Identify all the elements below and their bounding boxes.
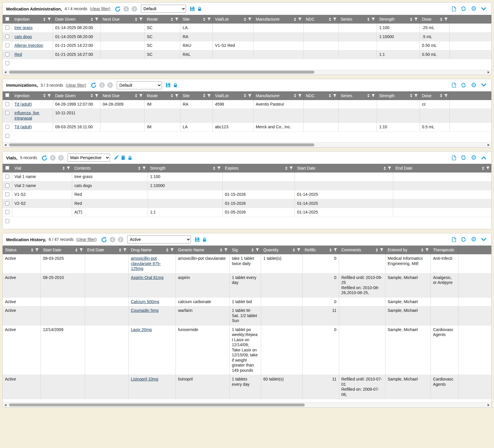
sort-icon[interactable] <box>294 94 296 97</box>
save-icon[interactable] <box>190 6 195 11</box>
table-row[interactable]: Active12/14/2009Lasix 20mgfurosemide1 ta… <box>3 325 491 375</box>
filter-icon[interactable] <box>224 248 228 252</box>
table-row[interactable]: V2-S2Red01-15-202601-14-2025 <box>3 199 491 208</box>
delete-icon[interactable] <box>121 155 125 160</box>
filter-icon[interactable] <box>388 166 391 170</box>
column-header[interactable]: Generic Name <box>176 246 229 254</box>
new-record-icon[interactable] <box>452 237 456 242</box>
column-header[interactable]: Quantity <box>261 246 302 254</box>
record-link[interactable]: amoxicillin-pot clavulanate 875-125mg <box>131 256 161 271</box>
scroll-left-icon[interactable] <box>3 143 8 147</box>
refresh-icon[interactable] <box>461 237 466 242</box>
sort-icon[interactable] <box>421 248 424 252</box>
filter-icon[interactable] <box>298 94 302 97</box>
column-header[interactable]: Refills <box>302 246 339 254</box>
filter-icon[interactable] <box>207 94 211 97</box>
scroll-left-icon[interactable] <box>3 70 8 75</box>
sort-icon[interactable] <box>31 248 33 252</box>
select-all-checkbox[interactable] <box>5 93 9 97</box>
lock-icon[interactable] <box>128 155 132 160</box>
filter-icon[interactable] <box>248 17 252 21</box>
record-link[interactable]: Aspirin Oral 81mg <box>131 275 164 280</box>
table-row[interactable]: V1-S2Red01-15-202601-14-2025 <box>3 190 491 199</box>
row-checkbox[interactable] <box>5 43 9 47</box>
horizontal-scrollbar[interactable] <box>3 70 491 75</box>
sort-icon[interactable] <box>43 17 46 21</box>
row-checkbox[interactable] <box>5 192 9 196</box>
table-row[interactable]: influenza, live, intranasal10-11-2011 <box>3 109 491 123</box>
sort-icon[interactable] <box>62 166 65 170</box>
undo-icon[interactable] <box>91 82 97 88</box>
column-header[interactable]: Injection <box>12 91 53 100</box>
sort-icon[interactable] <box>329 248 332 252</box>
column-header[interactable]: Next Due <box>100 15 144 24</box>
table-row[interactable]: Active08-25-2010Aspirin Oral 81mgaspirin… <box>3 273 491 297</box>
column-header[interactable]: Drug Name <box>128 246 176 254</box>
column-header[interactable]: Start Date <box>40 246 85 254</box>
sort-icon[interactable] <box>376 248 378 252</box>
scroll-right-icon[interactable] <box>486 70 491 75</box>
column-header[interactable]: NDC <box>303 91 338 100</box>
filter-icon[interactable] <box>35 248 39 252</box>
filter-icon[interactable] <box>79 248 83 252</box>
sort-icon[interactable] <box>203 17 206 21</box>
column-header[interactable]: Therapeutic <box>431 246 458 254</box>
row-checkbox[interactable] <box>5 184 9 188</box>
record-link[interactable]: Red <box>15 52 22 57</box>
scroll-left-icon[interactable] <box>3 403 8 407</box>
sort-icon[interactable] <box>135 94 137 97</box>
record-link[interactable]: Coumadin 5mg <box>131 308 159 313</box>
column-header[interactable]: Next Due <box>100 91 144 100</box>
column-header[interactable]: Manufacturer <box>253 15 303 24</box>
sort-icon[interactable] <box>91 17 93 21</box>
column-header[interactable]: Series <box>338 15 377 24</box>
table-row[interactable]: A(T)1:101-05-202601-14-2025 <box>3 208 491 217</box>
sort-icon[interactable] <box>294 17 296 21</box>
record-link[interactable]: influenza, live, intranasal <box>15 111 40 120</box>
row-checkbox[interactable] <box>5 219 9 223</box>
next-record-icon[interactable] <box>58 155 64 161</box>
horizontal-scrollbar[interactable] <box>3 402 491 407</box>
sort-icon[interactable] <box>293 248 295 252</box>
lock-icon[interactable] <box>202 237 207 242</box>
sort-icon[interactable] <box>244 94 246 97</box>
collapse-panel-icon[interactable] <box>481 238 486 241</box>
filter-icon[interactable] <box>371 17 375 21</box>
new-record-icon[interactable] <box>452 83 456 88</box>
column-header[interactable]: Expires <box>222 164 295 173</box>
next-record-icon[interactable] <box>118 237 123 242</box>
table-row[interactable]: Allergy Injection01-21-2025 14:22:00SCRA… <box>3 41 491 50</box>
sort-icon[interactable] <box>166 248 169 252</box>
table-row[interactable]: ActiveLisinopril 10mglisinopril1 tablets… <box>3 375 491 399</box>
row-checkbox[interactable] <box>5 102 9 106</box>
perspective-select[interactable]: Default <box>141 5 186 13</box>
column-header[interactable]: Strength <box>377 91 419 100</box>
new-record-icon[interactable] <box>452 6 456 11</box>
previous-record-icon[interactable] <box>99 82 105 88</box>
scrollbar-track[interactable] <box>8 403 486 407</box>
table-row[interactable]: cats dogs01-14-2025 08:20:00SCRA1:10000.… <box>3 32 491 41</box>
row-checkbox[interactable] <box>5 26 9 30</box>
next-record-icon[interactable] <box>132 6 137 12</box>
filter-icon[interactable] <box>298 17 302 21</box>
column-header[interactable]: Route <box>144 15 180 24</box>
filter-icon[interactable] <box>333 17 337 21</box>
sort-icon[interactable] <box>367 94 370 97</box>
table-row[interactable]: Vial 2 namecats dogs1:10000 <box>3 181 491 190</box>
filter-icon[interactable] <box>333 94 337 97</box>
column-header[interactable]: Contents <box>72 164 148 173</box>
gear-icon[interactable]: ⚙ <box>471 236 477 243</box>
column-header[interactable]: Vial/Lot <box>213 15 253 24</box>
refresh-icon[interactable] <box>461 155 466 160</box>
record-link[interactable]: tree grass <box>15 25 33 30</box>
scrollbar-thumb[interactable] <box>9 403 305 406</box>
clear-filter-link[interactable]: (clear filter) <box>90 6 110 11</box>
column-header[interactable]: Sig <box>229 246 261 254</box>
sort-icon[interactable] <box>171 94 173 97</box>
column-header[interactable]: Entered by <box>385 246 431 254</box>
perspective-select[interactable]: Default <box>117 81 162 89</box>
refresh-icon[interactable] <box>461 6 466 11</box>
record-link[interactable]: Lasix 20mg <box>131 327 152 332</box>
sort-icon[interactable] <box>135 17 137 21</box>
table-row[interactable]: Red01-21-2025 16:27:00SCRAL1:10.50 mL <box>3 50 491 59</box>
